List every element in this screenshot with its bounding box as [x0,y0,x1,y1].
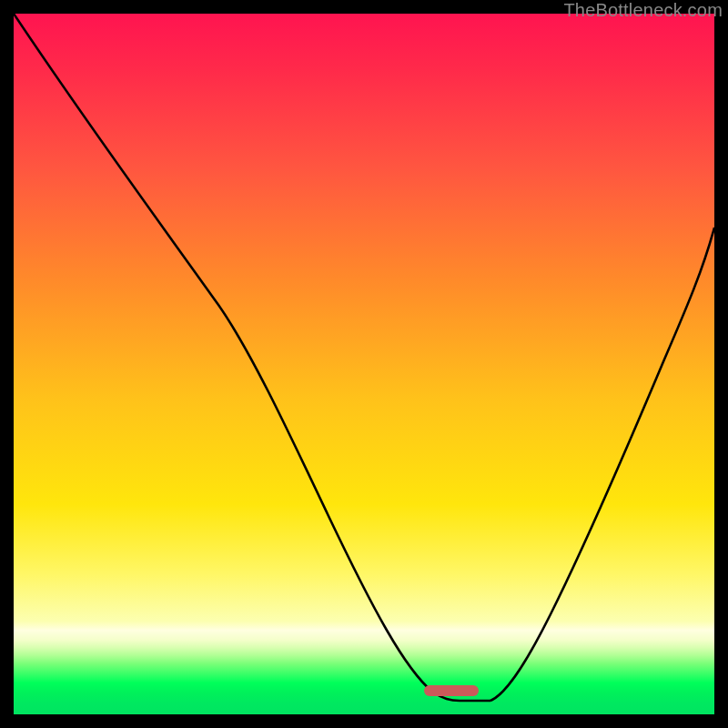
optimal-range-marker [424,685,479,696]
curve-right-branch [490,228,714,701]
curve-left-branch [14,14,460,701]
chart-frame: TheBottleneck.com [0,0,728,728]
attribution-label: TheBottleneck.com [563,0,723,21]
bottleneck-curve [14,14,714,714]
plot-area [14,14,714,714]
